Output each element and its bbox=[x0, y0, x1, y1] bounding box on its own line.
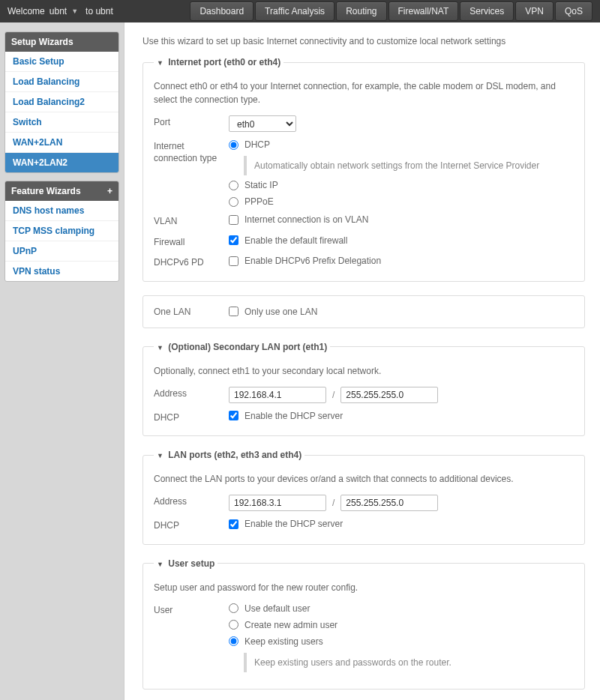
to-prefix: to bbox=[86, 6, 93, 16]
lan-mask-input[interactable] bbox=[340, 495, 438, 511]
sidebar: Setup Wizards Basic Setup Load Balancing… bbox=[0, 22, 124, 700]
dhcpv6-label: DHCPv6 PD bbox=[154, 256, 229, 269]
user-create-label: Create new admin user bbox=[244, 620, 338, 630]
section-one-lan: One LAN Only use one LAN bbox=[142, 295, 585, 328]
hostname: ubnt bbox=[95, 6, 112, 16]
section-internet-port: ▼ Internet port (eth0 or eth4) Connect e… bbox=[142, 57, 585, 282]
sidebar-item-tcp-mss-clamping[interactable]: TCP MSS clamping bbox=[5, 220, 118, 241]
secondary-desc: Optionally, connect eth1 to your seconda… bbox=[154, 364, 574, 378]
lan-address-input[interactable] bbox=[229, 495, 326, 511]
sidebar-item-basic-setup[interactable]: Basic Setup bbox=[5, 52, 118, 71]
tab-routing[interactable]: Routing bbox=[336, 1, 386, 21]
caret-down-icon: ▼ bbox=[157, 561, 164, 568]
conn-type-pppoe-radio[interactable] bbox=[229, 197, 238, 207]
secondary-mask-input[interactable] bbox=[340, 387, 438, 403]
legend-internet-port[interactable]: ▼ Internet port (eth0 or eth4) bbox=[154, 57, 284, 67]
legend-user-setup[interactable]: ▼ User setup bbox=[154, 558, 218, 569]
feature-wizards-header: Feature Wizards + bbox=[5, 181, 118, 201]
setup-wizards-header: Setup Wizards bbox=[5, 32, 118, 52]
welcome-username: ubnt bbox=[50, 6, 67, 16]
user-create-radio[interactable] bbox=[229, 620, 238, 630]
dhcpv6-check-label: Enable DHCPv6 Prefix Delegation bbox=[244, 256, 381, 266]
section-secondary-lan: ▼ (Optional) Secondary LAN port (eth1) O… bbox=[142, 342, 585, 437]
legend-secondary-lan[interactable]: ▼ (Optional) Secondary LAN port (eth1) bbox=[154, 342, 330, 352]
user-label: User bbox=[154, 603, 229, 617]
tab-qos[interactable]: QoS bbox=[555, 1, 592, 21]
dhcp-helper-text: Automatically obtain network settings fr… bbox=[244, 156, 574, 175]
content: Use this wizard to set up basic Internet… bbox=[124, 22, 600, 700]
user-keep-label: Keep existing users bbox=[244, 636, 323, 647]
lan-dhcp-checkbox[interactable] bbox=[229, 519, 238, 529]
slash-separator: / bbox=[332, 498, 334, 508]
port-label: Port bbox=[154, 115, 229, 129]
conn-type-dhcp-label: DHCP bbox=[244, 139, 270, 150]
conn-type-static-label: Static IP bbox=[244, 180, 278, 190]
legend-secondary-lan-text: (Optional) Secondary LAN port (eth1) bbox=[168, 342, 327, 352]
one-lan-checkbox[interactable] bbox=[229, 307, 238, 316]
tab-vpn[interactable]: VPN bbox=[515, 1, 554, 21]
secondary-dhcp-checkbox[interactable] bbox=[229, 411, 238, 420]
dhcpv6-checkbox[interactable] bbox=[229, 256, 238, 266]
feature-wizards-panel: Feature Wizards + DNS host names TCP MSS… bbox=[4, 181, 119, 282]
one-lan-label: One LAN bbox=[154, 307, 229, 317]
secondary-dhcp-check-label: Enable the DHCP server bbox=[244, 411, 343, 421]
user-keep-radio[interactable] bbox=[229, 636, 238, 646]
vlan-check-label: Internet connection is on VLAN bbox=[244, 214, 368, 225]
one-lan-check-label: Only use one LAN bbox=[244, 307, 317, 317]
user-keep-helper: Keep existing users and passwords on the… bbox=[244, 653, 574, 672]
tab-firewall-nat[interactable]: Firewall/NAT bbox=[388, 1, 459, 21]
wizard-intro: Use this wizard to set up basic Internet… bbox=[142, 36, 585, 46]
port-select[interactable]: eth0 bbox=[229, 115, 296, 132]
welcome-block[interactable]: Welcome ubnt ▼ bbox=[8, 6, 78, 16]
legend-lan-ports-text: LAN ports (eth2, eth3 and eth4) bbox=[168, 450, 302, 460]
firewall-check-label: Enable the default firewall bbox=[244, 235, 347, 246]
secondary-dhcp-label: DHCP bbox=[154, 411, 229, 424]
conn-type-label: Internet connection type bbox=[154, 139, 229, 164]
sidebar-item-load-balancing2[interactable]: Load Balancing2 bbox=[5, 91, 118, 112]
tab-services[interactable]: Services bbox=[460, 1, 514, 21]
sidebar-item-dns-host-names[interactable]: DNS host names bbox=[5, 201, 118, 220]
sidebar-item-wan-2lan2[interactable]: WAN+2LAN2 bbox=[5, 152, 118, 172]
caret-down-icon: ▼ bbox=[157, 59, 164, 67]
chevron-down-icon: ▼ bbox=[71, 7, 78, 15]
slash-separator: / bbox=[332, 390, 334, 400]
caret-down-icon: ▼ bbox=[157, 452, 164, 459]
internet-desc: Connect eth0 or eth4 to your Internet co… bbox=[154, 79, 574, 106]
conn-type-pppoe-label: PPPoE bbox=[244, 196, 274, 207]
user-default-radio[interactable] bbox=[229, 603, 238, 613]
top-nav: Dashboard Traffic Analysis Routing Firew… bbox=[190, 1, 592, 21]
secondary-address-label: Address bbox=[154, 387, 229, 400]
hostname-block: to ubnt bbox=[86, 6, 113, 16]
sidebar-item-wan-2lan[interactable]: WAN+2LAN bbox=[5, 132, 118, 152]
tab-dashboard[interactable]: Dashboard bbox=[190, 1, 254, 21]
secondary-address-input[interactable] bbox=[229, 387, 326, 403]
setup-wizards-title: Setup Wizards bbox=[11, 37, 74, 47]
caret-down-icon: ▼ bbox=[157, 344, 164, 351]
user-default-label: Use default user bbox=[244, 603, 310, 614]
legend-lan-ports[interactable]: ▼ LAN ports (eth2, eth3 and eth4) bbox=[154, 450, 304, 460]
sidebar-item-switch[interactable]: Switch bbox=[5, 112, 118, 132]
sidebar-item-vpn-status[interactable]: VPN status bbox=[5, 261, 118, 281]
legend-user-setup-text: User setup bbox=[168, 558, 214, 569]
sidebar-item-upnp[interactable]: UPnP bbox=[5, 241, 118, 261]
conn-type-static-radio[interactable] bbox=[229, 181, 238, 190]
vlan-label: VLAN bbox=[154, 214, 229, 228]
user-desc: Setup user and password for the new rout… bbox=[154, 581, 574, 594]
feature-wizards-title: Feature Wizards bbox=[11, 186, 81, 196]
section-user-setup: ▼ User setup Setup user and password for… bbox=[142, 558, 585, 690]
lan-dhcp-label: DHCP bbox=[154, 519, 229, 532]
section-lan-ports: ▼ LAN ports (eth2, eth3 and eth4) Connec… bbox=[142, 450, 585, 545]
topbar: Welcome ubnt ▼ to ubnt Dashboard Traffic… bbox=[0, 0, 600, 22]
tab-traffic-analysis[interactable]: Traffic Analysis bbox=[255, 1, 334, 21]
plus-icon[interactable]: + bbox=[107, 186, 112, 196]
firewall-checkbox[interactable] bbox=[229, 235, 238, 245]
lan-dhcp-check-label: Enable the DHCP server bbox=[244, 519, 343, 529]
sidebar-item-load-balancing[interactable]: Load Balancing bbox=[5, 71, 118, 91]
conn-type-dhcp-radio[interactable] bbox=[229, 140, 238, 150]
lan-address-label: Address bbox=[154, 495, 229, 508]
vlan-checkbox[interactable] bbox=[229, 215, 238, 225]
firewall-label: Firewall bbox=[154, 235, 229, 249]
setup-wizards-panel: Setup Wizards Basic Setup Load Balancing… bbox=[4, 31, 119, 173]
legend-internet-port-text: Internet port (eth0 or eth4) bbox=[168, 57, 280, 67]
lan-desc: Connect the LAN ports to your devices or… bbox=[154, 472, 574, 486]
